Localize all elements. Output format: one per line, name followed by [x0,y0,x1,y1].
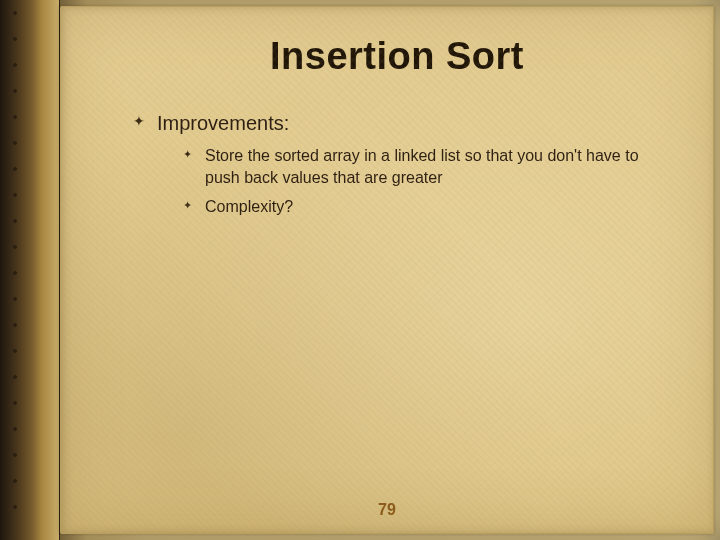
sub-bullet-list: Store the sorted array in a linked list … [157,145,663,218]
book-spine [0,0,60,540]
bullet-item-improvements: Improvements: Store the sorted array in … [131,112,663,218]
page-number: 79 [61,501,713,519]
slide-book-frame: Insertion Sort Improvements: Store the s… [0,0,720,540]
bullet-heading: Improvements: [157,112,289,134]
sub-bullet-item: Complexity? [183,196,663,218]
sub-bullet-text: Complexity? [205,198,293,215]
sub-bullet-item: Store the sorted array in a linked list … [183,145,663,188]
sub-bullet-text: Store the sorted array in a linked list … [205,147,639,186]
slide-title: Insertion Sort [131,35,663,78]
bullet-list: Improvements: Store the sorted array in … [131,112,663,218]
slide-page: Insertion Sort Improvements: Store the s… [60,6,714,534]
